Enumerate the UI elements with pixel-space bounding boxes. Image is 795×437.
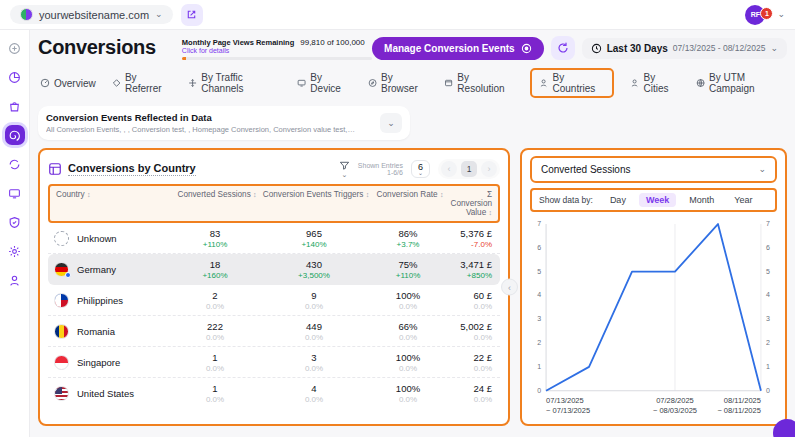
sidebar-item-funnels[interactable]	[5, 154, 25, 174]
target-icon	[521, 43, 532, 54]
period-selector: Show data by: DayWeekMonthYear	[530, 188, 777, 212]
table-row-unknown[interactable]: Unknown83+110%965+140%86%+3.7%5,376 £-7.…	[48, 223, 500, 254]
column-header-sort[interactable]: Converted Sessions ↕	[177, 190, 256, 199]
column-header-sort[interactable]: Conversion Events Triggers ↕	[263, 190, 369, 199]
manage-conversion-events-button[interactable]: Manage Conversion Events	[372, 37, 544, 60]
site-favicon-icon	[20, 8, 33, 21]
panel-collapse-handle[interactable]: ‹	[501, 279, 518, 296]
cell-delta: +110%	[172, 240, 258, 249]
refresh-button[interactable]	[551, 36, 575, 60]
country-name: Unknown	[77, 233, 117, 244]
sidebar-item-analytics[interactable]	[5, 67, 25, 87]
sidebar-item-security[interactable]	[5, 212, 25, 232]
cell-value: 3,471 £	[446, 259, 492, 270]
page-size-select[interactable]: 6 ⌄	[411, 160, 430, 178]
tab-by-referrer[interactable]: By Referrer	[112, 72, 172, 94]
cell-value: 66%	[370, 321, 446, 332]
cell-delta: 0.0%	[258, 333, 370, 342]
chevron-down-icon: ⌄	[418, 170, 423, 176]
main-content: Conversions Monthly Page Views Remaining…	[30, 30, 795, 437]
conversions-by-country-panel: Conversions by Country ⌄ Shown Entries 1…	[38, 148, 510, 426]
chevron-down-icon: ⌄	[770, 44, 778, 53]
flag-unknown-icon	[54, 231, 69, 246]
sidebar-item-add-site[interactable]	[5, 38, 25, 58]
date-range-picker[interactable]: Last 30 Days 07/13/2025 - 08/12/2025 ⌄	[582, 38, 787, 59]
column-header-sort[interactable]: Conversion Rate ↕	[377, 190, 444, 199]
quota-details-link[interactable]: Click for details	[182, 47, 294, 54]
svg-text:07/13/2025: 07/13/2025	[546, 396, 584, 405]
tab-by-traffic-channels[interactable]: By Traffic Channels	[188, 72, 281, 94]
country-name: United States	[77, 388, 134, 399]
cell-delta: 0.0%	[172, 302, 258, 311]
cell-value: 4	[258, 383, 370, 394]
column-header-sort[interactable]: Country ↕	[56, 190, 90, 199]
table-filter-button[interactable]: ⌄	[339, 160, 350, 178]
site-selector[interactable]: yourwebsitename.com ⌄	[10, 5, 173, 24]
account-menu[interactable]: RF 1 ⌄	[745, 5, 785, 25]
svg-text:~ 07/13/2025: ~ 07/13/2025	[546, 406, 590, 415]
next-page-button[interactable]: ›	[481, 161, 497, 177]
filter-expand-button[interactable]: ⌄	[380, 113, 402, 133]
table-row-singapore[interactable]: Singapore10.0%30.0%100%0.0%22 £0.0%	[48, 347, 500, 378]
metric-select[interactable]: Converted Sessions ⌄	[530, 156, 777, 183]
sidebar-item-sessions[interactable]	[5, 183, 25, 203]
conversion-events-filter: Conversion Events Reflected in Data All …	[38, 106, 410, 140]
notification-badge: 1	[760, 7, 773, 20]
sidebar-item-settings[interactable]	[5, 241, 25, 261]
cell-value: 9	[258, 290, 370, 301]
sidebar-item-ecommerce[interactable]	[5, 96, 25, 116]
cell-value: 100%	[370, 352, 446, 363]
table-row-united-states[interactable]: United States10.0%40.0%100%0.0%24 £0.0%	[48, 378, 500, 409]
table-row-philippines[interactable]: Philippines20.0%90.0%100%0.0%60 £0.0%	[48, 285, 500, 316]
tab-label: Overview	[54, 78, 96, 89]
cell-delta: 0.0%	[370, 395, 446, 404]
open-site-button[interactable]	[181, 4, 203, 26]
tab-by-device[interactable]: By Device	[297, 72, 352, 94]
funnels-icon	[8, 158, 21, 171]
cell-delta: +3.7%	[370, 240, 446, 249]
period-option-week[interactable]: Week	[639, 193, 676, 207]
cell-value: 18	[172, 259, 258, 270]
quota-value: 99,810 of 100,000	[300, 38, 365, 47]
svg-text:7: 7	[537, 220, 541, 227]
tab-by-utm-campaign[interactable]: By UTM Campaign	[696, 72, 787, 94]
filter-title: Conversion Events Reflected in Data	[46, 112, 356, 123]
chevron-down-icon: ⌄	[155, 10, 163, 19]
current-page: 1	[461, 161, 477, 177]
sort-icon: ↕	[440, 191, 444, 198]
cell-delta: 0.0%	[446, 333, 492, 342]
shown-entries: Shown Entries 1-6/6	[358, 162, 403, 176]
cell-value: 5,002 £	[446, 321, 492, 332]
table-row-romania[interactable]: Romania2220.0%4490.0%66%0.0%5,002 £0.0%	[48, 316, 500, 347]
sort-icon: ↕	[87, 191, 91, 198]
tab-overview[interactable]: Overview	[40, 78, 96, 89]
tab-label: By Resolution	[457, 72, 514, 94]
report-tabs: OverviewBy ReferrerBy Traffic ChannelsBy…	[38, 68, 787, 98]
cell-value: 86%	[370, 228, 446, 239]
table-row-germany[interactable]: Germany18+160%430+3,500%75%+110%3,471 £+…	[48, 254, 500, 285]
sessions-line-chart: 001122334455667707/13/2025~ 07/13/202507…	[530, 214, 777, 427]
svg-text:07/28/2025: 07/28/2025	[656, 396, 694, 405]
cell-delta: 0.0%	[370, 302, 446, 311]
tab-by-browser[interactable]: By Browser	[368, 72, 428, 94]
sidebar-item-conversions[interactable]	[5, 125, 25, 145]
tab-by-resolution[interactable]: By Resolution	[444, 72, 514, 94]
cell-value: 449	[258, 321, 370, 332]
settings-icon	[8, 245, 21, 258]
period-option-month[interactable]: Month	[682, 193, 721, 207]
period-option-year[interactable]: Year	[727, 193, 759, 207]
referrer-icon	[112, 78, 121, 88]
tab-by-cities[interactable]: By Cities	[630, 72, 680, 94]
sidebar-item-profile[interactable]	[5, 270, 25, 290]
tab-by-countries[interactable]: By Countries	[530, 68, 614, 98]
date-range-text: 07/13/2025 - 08/12/2025	[673, 43, 766, 53]
cell-delta: 0.0%	[370, 364, 446, 373]
column-header-sort[interactable]: Σ Conversion Value ↕	[451, 190, 492, 217]
svg-text:~ 08/11/2025: ~ 08/11/2025	[717, 406, 761, 415]
date-preset: Last 30 Days	[607, 43, 668, 54]
device-icon	[297, 78, 306, 88]
page-title: Conversions	[38, 36, 156, 59]
period-option-day[interactable]: Day	[603, 193, 633, 207]
country-name: Singapore	[77, 357, 120, 368]
prev-page-button[interactable]: ‹	[441, 161, 457, 177]
